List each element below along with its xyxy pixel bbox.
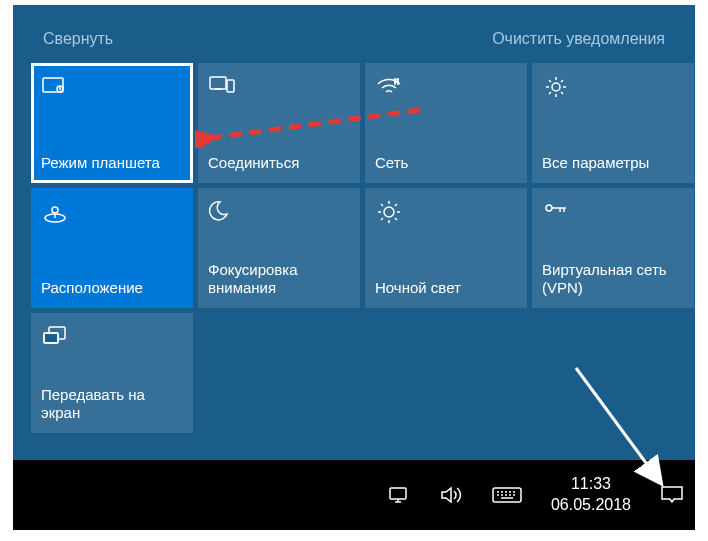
taskbar-time: 11:33 bbox=[551, 474, 631, 495]
tile-label: Ночной свет bbox=[375, 279, 517, 298]
volume-tray-icon[interactable] bbox=[439, 483, 463, 507]
svg-rect-26 bbox=[390, 488, 406, 499]
tile-network[interactable]: Сеть bbox=[365, 63, 527, 183]
sun-icon bbox=[375, 198, 403, 226]
svg-point-14 bbox=[384, 207, 394, 217]
tile-label: Расположение bbox=[41, 279, 183, 298]
tile-all-settings[interactable]: Все параметры bbox=[532, 63, 694, 183]
tile-label: Сеть bbox=[375, 154, 517, 173]
svg-point-15 bbox=[546, 205, 552, 211]
tile-tablet-mode[interactable]: Режим планшета bbox=[31, 63, 193, 183]
taskbar: 11:33 06.05.2018 bbox=[13, 460, 695, 530]
location-icon bbox=[41, 198, 69, 226]
svg-point-12 bbox=[52, 207, 58, 213]
tile-project[interactable]: Передавать на экран bbox=[31, 313, 193, 433]
action-center-panel: Свернуть Очистить уведомления Режим план… bbox=[13, 5, 695, 460]
tile-vpn[interactable]: Виртуальная сеть (VPN) bbox=[532, 188, 694, 308]
action-center-tray-icon[interactable] bbox=[659, 482, 685, 508]
network-tray-icon[interactable] bbox=[387, 483, 411, 507]
keyboard-tray-icon[interactable] bbox=[491, 483, 523, 507]
quick-action-tiles: Режим планшета Соединиться bbox=[13, 63, 695, 433]
tile-label: Виртуальная сеть (VPN) bbox=[542, 261, 684, 299]
tile-label: Соединиться bbox=[208, 154, 350, 173]
tablet-icon bbox=[41, 73, 69, 101]
tile-label: Фокусировка внимания bbox=[208, 261, 350, 299]
gear-icon bbox=[542, 73, 570, 101]
tile-label: Передавать на экран bbox=[41, 386, 183, 424]
svg-rect-4 bbox=[227, 80, 234, 92]
collapse-link[interactable]: Свернуть bbox=[43, 30, 113, 48]
wifi-icon bbox=[375, 73, 403, 101]
action-center-header: Свернуть Очистить уведомления bbox=[13, 5, 695, 63]
clear-notifications-link[interactable]: Очистить уведомления bbox=[492, 30, 665, 48]
project-icon bbox=[41, 323, 69, 351]
svg-rect-2 bbox=[210, 77, 226, 89]
svg-rect-20 bbox=[44, 333, 58, 343]
svg-point-10 bbox=[552, 83, 560, 91]
moon-icon bbox=[208, 198, 236, 226]
tile-label: Режим планшета bbox=[41, 154, 183, 173]
tile-night-light[interactable]: Ночной свет bbox=[365, 188, 527, 308]
tile-focus-assist[interactable]: Фокусировка внимания bbox=[198, 188, 360, 308]
tile-label: Все параметры bbox=[542, 154, 684, 173]
connect-icon bbox=[208, 73, 236, 101]
vpn-icon bbox=[542, 198, 570, 226]
tile-location[interactable]: Расположение bbox=[31, 188, 193, 308]
taskbar-date: 06.05.2018 bbox=[551, 495, 631, 516]
taskbar-clock[interactable]: 11:33 06.05.2018 bbox=[551, 474, 631, 516]
tile-connect[interactable]: Соединиться bbox=[198, 63, 360, 183]
